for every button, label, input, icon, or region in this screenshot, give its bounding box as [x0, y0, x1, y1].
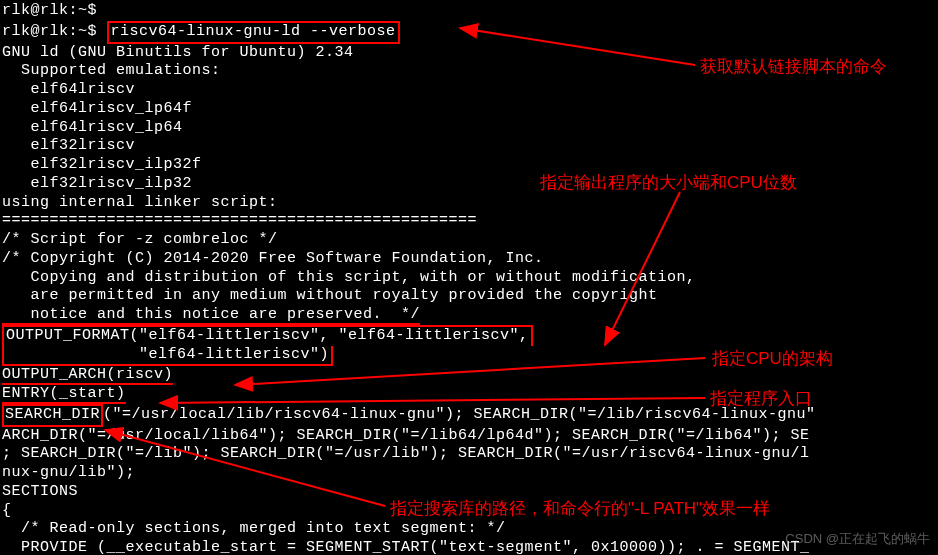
output-line: ========================================…	[2, 212, 936, 231]
annotation-endian: 指定输出程序的大小端和CPU位数	[540, 172, 797, 193]
output-line: notice and this notice are preserved. */	[2, 306, 936, 325]
command-highlight: riscv64-linux-gnu-ld --verbose	[107, 21, 400, 44]
annotation-cpu-arch: 指定CPU的架构	[712, 348, 833, 369]
terminal-output: rlk@rlk:~$ rlk@rlk:~$ riscv64-linux-gnu-…	[0, 0, 938, 555]
prompt-line-1: rlk@rlk:~$	[2, 2, 936, 21]
output-line: elf32lriscv	[2, 137, 936, 156]
annotation-search: 指定搜索库的路径，和命令行的"-L PATH"效果一样	[390, 498, 770, 519]
output-line: are permitted in any medium without roya…	[2, 287, 936, 306]
output-format-highlight2: "elf64-littleriscv")	[2, 346, 333, 367]
output-line: /* Script for -z combreloc */	[2, 231, 936, 250]
annotation-entry: 指定程序入口	[710, 388, 812, 409]
output-line: Copying and distribution of this script,…	[2, 269, 936, 288]
output-line: ARCH_DIR("=/usr/local/lib64"); SEARCH_DI…	[2, 427, 936, 446]
output-line: nux-gnu/lib");	[2, 464, 936, 483]
output-line: /* Copyright (C) 2014-2020 Free Software…	[2, 250, 936, 269]
prompt-line-2[interactable]: rlk@rlk:~$ riscv64-linux-gnu-ld --verbos…	[2, 21, 936, 44]
output-line: elf64lriscv_lp64f	[2, 100, 936, 119]
output-line: elf64lriscv	[2, 81, 936, 100]
output-line: ; SEARCH_DIR("=/lib"); SEARCH_DIR("=/usr…	[2, 445, 936, 464]
output-format-highlight: OUTPUT_FORMAT("elf64-littleriscv", "elf6…	[2, 325, 533, 346]
prompt-text: rlk@rlk:~$	[2, 23, 107, 40]
annotation-get-script: 获取默认链接脚本的命令	[700, 56, 887, 77]
output-line: using internal linker script:	[2, 194, 936, 213]
output-format-line: OUTPUT_FORMAT("elf64-littleriscv", "elf6…	[2, 325, 936, 346]
watermark: CSDN @正在起飞的蜗牛	[785, 531, 930, 547]
search-dir-highlight: SEARCH_DIR	[2, 404, 103, 427]
output-line: elf64lriscv_lp64	[2, 119, 936, 138]
